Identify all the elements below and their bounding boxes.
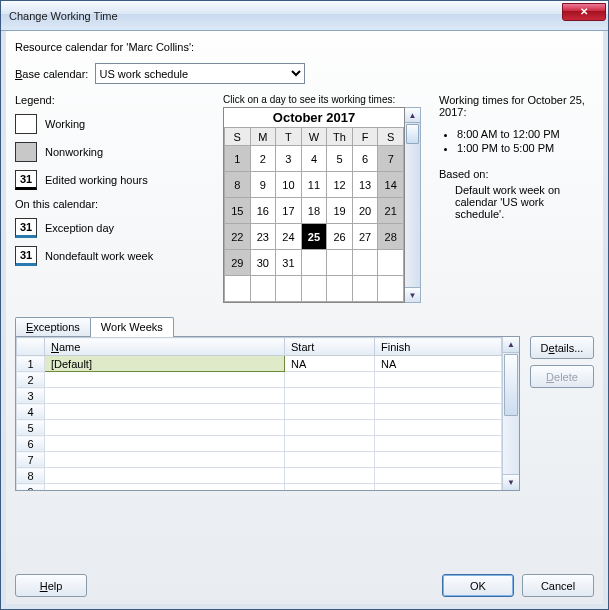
cal-day[interactable]: 14 — [378, 172, 404, 198]
cal-day[interactable]: 6 — [352, 146, 378, 172]
cal-day[interactable]: 7 — [378, 146, 404, 172]
cal-dow-Th: Th — [327, 128, 353, 146]
cell-name[interactable] — [45, 436, 285, 452]
row-number[interactable]: 2 — [17, 372, 45, 388]
grid-scroll-up-icon[interactable]: ▲ — [503, 337, 519, 353]
cal-day[interactable]: 12 — [327, 172, 353, 198]
cell-finish[interactable] — [375, 484, 502, 491]
base-calendar-label: Base calendar: — [15, 68, 88, 80]
cal-day[interactable]: 29 — [225, 250, 251, 276]
cal-day[interactable]: 20 — [352, 198, 378, 224]
cell-name[interactable] — [45, 468, 285, 484]
row-number[interactable]: 6 — [17, 436, 45, 452]
cell-finish[interactable]: NA — [375, 356, 502, 372]
cal-day[interactable]: 11 — [301, 172, 327, 198]
cal-day[interactable]: 17 — [276, 198, 302, 224]
row-number[interactable]: 1 — [17, 356, 45, 372]
cal-day[interactable]: 9 — [250, 172, 276, 198]
row-number[interactable]: 3 — [17, 388, 45, 404]
cal-day[interactable]: 4 — [301, 146, 327, 172]
cal-day[interactable]: 16 — [250, 198, 276, 224]
cal-day[interactable]: 19 — [327, 198, 353, 224]
cal-day — [352, 250, 378, 276]
scroll-up-icon[interactable]: ▲ — [405, 108, 420, 123]
base-calendar-select[interactable]: US work schedule — [95, 63, 305, 84]
cal-day[interactable]: 8 — [225, 172, 251, 198]
tab-work-weeks[interactable]: Work Weeks — [90, 317, 174, 337]
cell-start[interactable] — [285, 404, 375, 420]
cell-start[interactable] — [285, 436, 375, 452]
cal-day[interactable]: 28 — [378, 224, 404, 250]
cell-name[interactable] — [45, 484, 285, 491]
cell-start[interactable] — [285, 372, 375, 388]
cal-day[interactable]: 30 — [250, 250, 276, 276]
cell-finish[interactable] — [375, 420, 502, 436]
cell-finish[interactable] — [375, 372, 502, 388]
titlebar[interactable]: Change Working Time ✕ — [1, 1, 608, 31]
legend-working-box — [15, 114, 37, 134]
cell-start[interactable] — [285, 484, 375, 491]
cal-day[interactable]: 15 — [225, 198, 251, 224]
cell-name[interactable]: [Default] — [45, 356, 285, 372]
cal-day[interactable]: 1 — [225, 146, 251, 172]
cal-day — [327, 250, 353, 276]
tab-exceptions[interactable]: Exceptions — [15, 317, 91, 336]
cal-day[interactable]: 13 — [352, 172, 378, 198]
grid-scroll-thumb[interactable] — [504, 354, 518, 416]
details-button[interactable]: Details... — [530, 336, 594, 359]
close-button[interactable]: ✕ — [562, 3, 606, 21]
delete-button[interactable]: Delete — [530, 365, 594, 388]
col-name[interactable]: Name — [45, 338, 285, 356]
cell-finish[interactable] — [375, 452, 502, 468]
cell-finish[interactable] — [375, 404, 502, 420]
cal-day — [276, 276, 302, 302]
cell-finish[interactable] — [375, 436, 502, 452]
ok-button[interactable]: OK — [442, 574, 514, 597]
scroll-thumb[interactable] — [406, 124, 419, 144]
cal-day — [225, 276, 251, 302]
row-number[interactable]: 5 — [17, 420, 45, 436]
cell-name[interactable] — [45, 372, 285, 388]
calendar-scrollbar[interactable]: ▲ ▼ — [405, 107, 421, 303]
cal-day[interactable]: 24 — [276, 224, 302, 250]
cell-start[interactable] — [285, 468, 375, 484]
cal-day[interactable]: 31 — [276, 250, 302, 276]
row-number[interactable]: 8 — [17, 468, 45, 484]
resource-label: Resource calendar for 'Marc Collins': — [15, 41, 594, 53]
cal-day[interactable]: 23 — [250, 224, 276, 250]
cell-finish[interactable] — [375, 388, 502, 404]
work-weeks-grid[interactable]: Name Start Finish 1[Default]NANA23456789… — [15, 336, 520, 491]
row-number[interactable]: 7 — [17, 452, 45, 468]
cell-start[interactable]: NA — [285, 356, 375, 372]
scroll-down-icon[interactable]: ▼ — [405, 287, 420, 302]
col-start[interactable]: Start — [285, 338, 375, 356]
cell-name[interactable] — [45, 420, 285, 436]
cal-day[interactable]: 10 — [276, 172, 302, 198]
cal-day[interactable]: 2 — [250, 146, 276, 172]
grid-scrollbar[interactable]: ▲ ▼ — [502, 337, 519, 490]
cal-day[interactable]: 18 — [301, 198, 327, 224]
cal-day[interactable]: 5 — [327, 146, 353, 172]
cell-start[interactable] — [285, 420, 375, 436]
help-button[interactable]: Help — [15, 574, 87, 597]
cal-day[interactable]: 22 — [225, 224, 251, 250]
cal-day[interactable]: 26 — [327, 224, 353, 250]
cal-day[interactable]: 27 — [352, 224, 378, 250]
row-number[interactable]: 9 — [17, 484, 45, 491]
col-finish[interactable]: Finish — [375, 338, 502, 356]
calendar[interactable]: October 2017 SMTWThFS 123456789101112131… — [223, 107, 405, 303]
cell-start[interactable] — [285, 452, 375, 468]
cell-name[interactable] — [45, 452, 285, 468]
cell-name[interactable] — [45, 388, 285, 404]
cancel-button[interactable]: Cancel — [522, 574, 594, 597]
grid-scroll-down-icon[interactable]: ▼ — [503, 474, 519, 490]
row-number[interactable]: 4 — [17, 404, 45, 420]
cal-day[interactable]: 3 — [276, 146, 302, 172]
cell-finish[interactable] — [375, 468, 502, 484]
cal-day[interactable]: 21 — [378, 198, 404, 224]
cell-name[interactable] — [45, 404, 285, 420]
legend-nonworking-box — [15, 142, 37, 162]
cell-start[interactable] — [285, 388, 375, 404]
cal-day — [301, 250, 327, 276]
cal-day[interactable]: 25 — [301, 224, 327, 250]
